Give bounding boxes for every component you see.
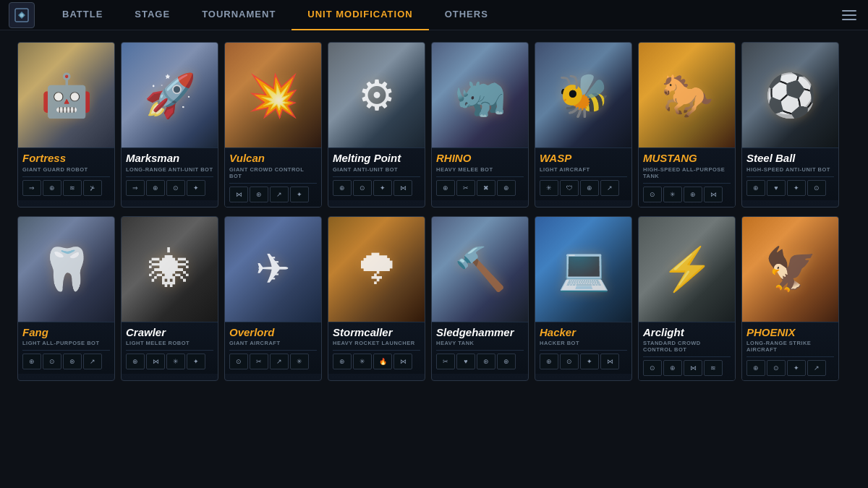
unit-card-mustang[interactable]: 🐎 MUSTANG HIGH-SPEED ALL-PURPOSE TANK ⊙✳… xyxy=(638,42,736,207)
skill-icon-3[interactable]: ✦ xyxy=(187,180,205,196)
skill-icon-1[interactable]: ⊛ xyxy=(250,187,268,202)
unit-image-wasp: 🐝 xyxy=(535,43,631,147)
skill-icon-1[interactable]: ⊕ xyxy=(43,180,61,196)
unit-card-meltingpoint[interactable]: ⚙ Melting Point GIANT ANTI-UNIT BOT ⊕⊙✦⋈ xyxy=(328,42,425,207)
skill-icon-0[interactable]: ⇒ xyxy=(22,180,41,196)
skill-icon-2[interactable]: ⊙ xyxy=(166,180,185,196)
skill-icon-1[interactable]: ✳ xyxy=(353,354,372,369)
skill-icon-0[interactable]: ⊙ xyxy=(229,354,248,369)
skill-icon-3[interactable]: ↗ xyxy=(83,354,102,369)
skill-icon-3[interactable]: ⊕ xyxy=(497,180,516,196)
skill-icon-0[interactable]: ✳ xyxy=(540,180,558,196)
nav-battle[interactable]: BATTLE xyxy=(46,0,119,30)
logo[interactable] xyxy=(9,2,35,28)
skill-icon-0[interactable]: ⋈ xyxy=(229,187,248,202)
skill-icon-3[interactable]: ✦ xyxy=(187,354,205,369)
skill-icon-0[interactable]: ✂ xyxy=(436,354,455,369)
skill-icon-0[interactable]: ⊕ xyxy=(126,354,145,369)
skill-icon-2[interactable]: ⊛ xyxy=(63,354,82,369)
unit-card-arclight[interactable]: ⚡ Arclight STANDARD CROWD CONTROL BOT ⊙⊕… xyxy=(638,216,736,382)
unit-image-fang: 🦷 xyxy=(18,217,114,322)
skill-icon-2[interactable]: ↗ xyxy=(270,187,289,202)
skill-icon-0[interactable]: ⊕ xyxy=(333,354,352,369)
skill-icon-2[interactable]: ✳ xyxy=(166,354,185,369)
unit-type-marksman: LONG-RANGE ANTI-UNIT BOT xyxy=(126,166,213,173)
skill-icon-0[interactable]: ⊕ xyxy=(22,354,41,369)
skill-icon-1[interactable]: ⊙ xyxy=(560,354,579,369)
skill-icon-3[interactable]: ⋈ xyxy=(393,354,412,369)
skill-icon-1[interactable]: ♥ xyxy=(456,354,475,369)
skill-icon-3[interactable]: ⊁ xyxy=(83,180,102,196)
skill-icon-0[interactable]: ⊕ xyxy=(746,180,765,196)
skill-icon-0[interactable]: ⇒ xyxy=(126,180,145,196)
unit-info-meltingpoint: Melting Point GIANT ANTI-UNIT BOT ⊕⊙✦⋈ xyxy=(328,147,425,200)
unit-card-fortress[interactable]: 🤖 Fortress GIANT GUARD ROBOT ⇒⊕≋⊁ xyxy=(17,42,115,207)
unit-image-arclight: ⚡ xyxy=(639,217,735,322)
nav-others[interactable]: OTHERS xyxy=(429,0,504,30)
skill-icon-2[interactable]: ≋ xyxy=(63,180,82,196)
skill-icon-1[interactable]: ✂ xyxy=(456,180,475,196)
skill-icon-3[interactable]: ⋈ xyxy=(393,180,412,196)
skill-icon-3[interactable]: ✳ xyxy=(290,354,309,369)
skill-icon-3[interactable]: ↗ xyxy=(807,360,826,376)
skill-icon-2[interactable]: ✦ xyxy=(787,180,806,196)
unit-info-steelball: Steel Ball HIGH-SPEED ANTI-UNIT BOT ⊕♥✦⊙ xyxy=(742,147,838,200)
skill-icon-3[interactable]: ⋈ xyxy=(704,187,723,202)
unit-card-crawler[interactable]: 🕷 Crawler LIGHT MELEE ROBOT ⊕⋈✳✦ xyxy=(121,216,218,382)
skill-icon-2[interactable]: ⊛ xyxy=(477,354,495,369)
unit-card-stormcaller[interactable]: 🌩 Stormcaller HEAVY ROCKET LAUNCHER ⊕✳🔥⋈ xyxy=(328,216,425,382)
unit-card-rhino[interactable]: 🦏 RHINO HEAVY MELEE BOT ⊕✂✖⊕ xyxy=(431,42,529,207)
unit-card-wasp[interactable]: 🐝 WASP LIGHT AIRCRAFT ✳🛡⊕↗ xyxy=(535,42,632,207)
skill-icon-3[interactable]: ≋ xyxy=(704,360,723,376)
skill-icon-2[interactable]: ✦ xyxy=(787,360,806,376)
skill-icon-1[interactable]: ✂ xyxy=(250,354,268,369)
skill-icon-3[interactable]: ⊙ xyxy=(807,180,826,196)
unit-name-phoenix: PHOENIX xyxy=(746,327,834,339)
nav-tournament[interactable]: TOURNAMENT xyxy=(186,0,292,30)
unit-card-steelball[interactable]: ⚽ Steel Ball HIGH-SPEED ANTI-UNIT BOT ⊕♥… xyxy=(741,42,839,207)
unit-card-overlord[interactable]: ✈ Overlord GIANT AIRCRAFT ⊙✂↗✳ xyxy=(224,216,322,382)
skill-icon-3[interactable]: ⊕ xyxy=(497,354,516,369)
skill-icon-2[interactable]: ⊕ xyxy=(684,187,702,202)
skill-icon-0[interactable]: ⊕ xyxy=(746,360,765,376)
skill-icon-2[interactable]: ↗ xyxy=(270,354,289,369)
skill-icon-2[interactable]: ✖ xyxy=(477,180,495,196)
nav-stage[interactable]: STAGE xyxy=(119,0,186,30)
skill-icon-0[interactable]: ⊕ xyxy=(436,180,455,196)
skill-icon-3[interactable]: ⋈ xyxy=(600,354,619,369)
skill-icon-0[interactable]: ⊕ xyxy=(333,180,352,196)
unit-card-hacker[interactable]: 💻 Hacker HACKER BOT ⊕⊙✦⋈ xyxy=(535,216,632,382)
skill-icon-1[interactable]: 🛡 xyxy=(560,180,579,196)
unit-card-vulcan[interactable]: 💥 Vulcan GIANT CROWD CONTROL BOT ⋈⊛↗✦ xyxy=(224,42,322,207)
unit-card-fang[interactable]: 🦷 Fang LIGHT ALL-PURPOSE BOT ⊕⊙⊛↗ xyxy=(17,216,115,382)
robot-shape-fortress: 🤖 xyxy=(18,43,114,147)
skill-icon-0[interactable]: ⊕ xyxy=(540,354,558,369)
hamburger-menu-icon[interactable] xyxy=(839,5,859,25)
skill-icon-3[interactable]: ✦ xyxy=(290,187,309,202)
skill-icon-1[interactable]: ⊙ xyxy=(353,180,372,196)
skill-icon-0[interactable]: ⊙ xyxy=(643,187,662,202)
skill-icon-1[interactable]: ✳ xyxy=(663,187,682,202)
skill-icon-2[interactable]: ⋈ xyxy=(684,360,702,376)
unit-type-stormcaller: HEAVY ROCKET LAUNCHER xyxy=(333,340,420,346)
skill-bar-rhino: ⊕✂✖⊕ xyxy=(436,176,524,197)
skill-icon-2[interactable]: ✦ xyxy=(580,354,599,369)
skill-icon-1[interactable]: ⋈ xyxy=(146,354,165,369)
unit-card-phoenix[interactable]: 🦅 PHOENIX LONG-RANGE STRIKE AIRCRAFT ⊕⊙✦… xyxy=(741,216,839,382)
nav-unit-modification[interactable]: UNIT MODIFICATION xyxy=(292,0,428,30)
skill-icon-2[interactable]: 🔥 xyxy=(373,354,392,369)
skill-icon-3[interactable]: ↗ xyxy=(600,180,619,196)
skill-icon-2[interactable]: ⊕ xyxy=(580,180,599,196)
skill-icon-0[interactable]: ⊙ xyxy=(643,360,662,376)
unit-name-stormcaller: Stormcaller xyxy=(333,327,420,339)
skill-icon-1[interactable]: ♥ xyxy=(767,180,786,196)
unit-card-sledgehammer[interactable]: 🔨 Sledgehammer HEAVY TANK ✂♥⊛⊕ xyxy=(431,216,529,382)
unit-info-fang: Fang LIGHT ALL-PURPOSE BOT ⊕⊙⊛↗ xyxy=(18,322,114,374)
skill-icon-1[interactable]: ⊙ xyxy=(43,354,61,369)
unit-card-marksman[interactable]: 🚀 Marksman LONG-RANGE ANTI-UNIT BOT ⇒⊕⊙✦ xyxy=(121,42,218,207)
skill-icon-1[interactable]: ⊙ xyxy=(767,360,786,376)
skill-icon-2[interactable]: ✦ xyxy=(373,180,392,196)
skill-bar-sledgehammer: ✂♥⊛⊕ xyxy=(436,350,524,371)
skill-icon-1[interactable]: ⊕ xyxy=(663,360,682,376)
skill-icon-1[interactable]: ⊕ xyxy=(146,180,165,196)
